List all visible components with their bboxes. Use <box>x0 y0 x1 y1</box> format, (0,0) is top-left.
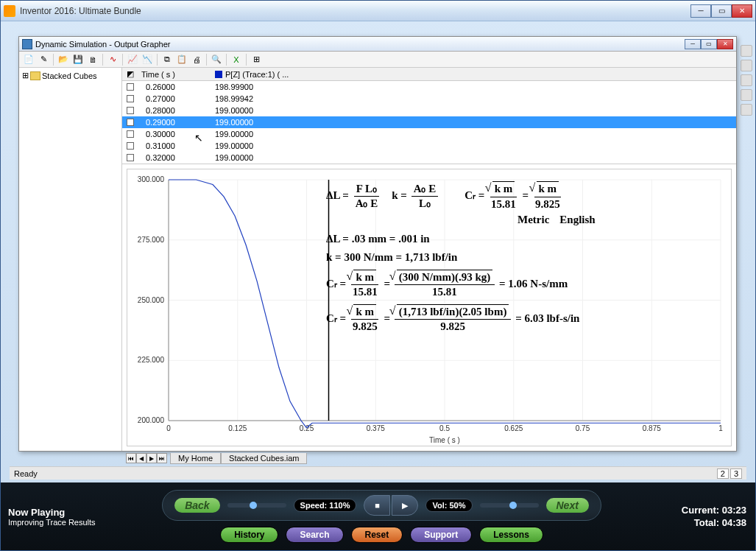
svg-text:250.000: 250.000 <box>138 296 165 304</box>
svg-text:0.125: 0.125 <box>228 424 247 432</box>
save-icon[interactable]: 💾 <box>71 53 85 66</box>
grapher-titlebar: Dynamic Simulation - Output Grapher ─ ▭ … <box>19 37 736 52</box>
play-button[interactable]: ▶ <box>392 495 418 516</box>
svg-text:0.875: 0.875 <box>643 424 661 432</box>
tool-icon[interactable] <box>741 74 752 86</box>
excel-icon[interactable]: X <box>230 53 243 66</box>
saveas-icon[interactable]: 🗎 <box>86 53 99 66</box>
tree-root-item[interactable]: ⊞ Stacked Cubes <box>22 71 119 80</box>
right-tool-strip <box>741 45 754 116</box>
header-toggle-icon[interactable]: ◩ <box>122 69 138 79</box>
svg-text:Time ( s ): Time ( s ) <box>429 436 460 444</box>
nav-prev-icon[interactable]: ◀ <box>136 453 146 463</box>
copy-icon[interactable]: ⧉ <box>160 53 174 66</box>
status-bar: Ready 2 3 <box>10 466 746 480</box>
grapher-minimize-button[interactable]: ─ <box>685 39 701 49</box>
row-checkbox[interactable] <box>127 83 134 91</box>
chart-area: 00.1250.250.3750.50.6250.750.8751200.000… <box>127 169 732 446</box>
search-button[interactable]: Search <box>286 527 343 543</box>
row-checkbox[interactable] <box>127 154 134 161</box>
grid-row[interactable]: 0.31000199.00000 <box>122 140 736 152</box>
header-pz[interactable]: P[Z] (Trace:1) ( ... <box>212 70 736 79</box>
grapher-close-button[interactable]: ✕ <box>717 39 733 49</box>
tab-my-home[interactable]: My Home <box>170 453 221 464</box>
status-ready: Ready <box>14 469 38 478</box>
svg-text:0.375: 0.375 <box>367 424 385 432</box>
lessons-button[interactable]: Lessons <box>479 527 543 543</box>
data-grid: ◩ Time ( s ) P[Z] (Trace:1) ( ... 0.2600… <box>122 68 736 164</box>
history-button[interactable]: History <box>220 527 278 543</box>
status-page-3[interactable]: 3 <box>730 468 742 479</box>
doc-tabs: My Home Stacked Cubes.iam <box>170 453 307 464</box>
grid-row[interactable]: 0.26000198.99900 <box>122 81 736 93</box>
current-time: Current: 03:23 <box>645 505 746 516</box>
tree-panel: ⊞ Stacked Cubes <box>19 68 122 451</box>
app-icon <box>4 5 15 17</box>
nav-next-icon[interactable]: ▶ <box>146 453 157 463</box>
tool-icon[interactable] <box>741 104 752 116</box>
svg-text:225.000: 225.000 <box>138 356 165 364</box>
outer-window-title: Inventor 2016: Ultimate Bundle <box>20 6 690 16</box>
svg-text:0.5: 0.5 <box>439 424 450 432</box>
nav-first-icon[interactable]: ⏮ <box>126 453 136 463</box>
reset-button[interactable]: Reset <box>351 527 403 543</box>
settings-icon[interactable]: ⊞ <box>250 53 263 66</box>
edit-icon[interactable]: ✎ <box>37 53 50 66</box>
grapher-window-title: Dynamic Simulation - Output Grapher <box>35 40 685 49</box>
grid-row[interactable]: 0.27000198.99942 <box>122 93 736 105</box>
tab-stacked-cubes[interactable]: Stacked Cubes.iam <box>221 453 307 464</box>
svg-text:0.75: 0.75 <box>576 424 590 432</box>
folder-icon <box>30 71 40 80</box>
row-checkbox[interactable] <box>127 107 134 114</box>
zoom-icon[interactable]: 🔍 <box>210 53 223 66</box>
outer-close-button[interactable]: ✕ <box>732 4 752 18</box>
expand-icon[interactable]: ⊞ <box>22 71 29 80</box>
grapher-window: Dynamic Simulation - Output Grapher ─ ▭ … <box>18 36 737 452</box>
tree-root-label: Stacked Cubes <box>42 71 97 80</box>
nav-last-icon[interactable]: ⏭ <box>157 453 167 463</box>
chart-icon[interactable]: 📈 <box>126 53 139 66</box>
support-button[interactable]: Support <box>410 527 472 543</box>
outer-maximize-button[interactable]: ▭ <box>711 4 732 18</box>
status-page-2[interactable]: 2 <box>717 468 729 479</box>
tool-icon[interactable] <box>741 89 752 101</box>
chart2-icon[interactable]: 📉 <box>141 53 154 66</box>
grapher-toolbar: 📄 ✎ 📂 💾 🗎 ∿ 📈 📉 ⧉ 📋 🖨 🔍 X ⊞ <box>19 52 736 68</box>
grid-row[interactable]: 0.30000199.00000 <box>122 128 736 140</box>
speed-slider[interactable] <box>227 503 286 508</box>
new-icon[interactable]: 📄 <box>22 53 35 66</box>
now-playing-label: Now Playing <box>8 507 111 518</box>
grid-row[interactable]: 0.32000199.00000 <box>122 152 736 164</box>
print-icon[interactable]: 🖨 <box>190 53 203 66</box>
speed-label: Speed: 110% <box>294 499 357 512</box>
next-button[interactable]: Next <box>546 498 589 513</box>
back-button[interactable]: Back <box>174 498 219 513</box>
vol-slider[interactable] <box>480 503 539 508</box>
stop-button[interactable]: ■ <box>364 495 390 516</box>
player-bar: Now Playing Improving Trace Results Back… <box>1 482 755 550</box>
wave-icon[interactable]: ∿ <box>106 53 119 66</box>
doc-nav-icons: ⏮ ◀ ▶ ⏭ <box>126 453 167 463</box>
svg-text:1: 1 <box>718 424 723 432</box>
tool-icon[interactable] <box>741 60 752 71</box>
tool-icon[interactable] <box>741 45 752 57</box>
grapher-icon <box>22 39 32 49</box>
header-time[interactable]: Time ( s ) <box>138 70 212 79</box>
grapher-maximize-button[interactable]: ▭ <box>701 39 717 49</box>
vol-label: Vol: 50% <box>425 499 472 512</box>
row-checkbox[interactable] <box>127 142 134 150</box>
grid-row[interactable]: 0.28000199.00000 <box>122 105 736 116</box>
row-checkbox[interactable] <box>127 95 134 102</box>
open-icon[interactable]: 📂 <box>57 53 70 66</box>
total-time: Total: 04:38 <box>645 517 746 528</box>
outer-window: Inventor 2016: Ultimate Bundle ─ ▭ ✕ Dyn… <box>0 0 756 551</box>
svg-text:300.000: 300.000 <box>138 175 165 183</box>
row-checkbox[interactable] <box>127 130 134 138</box>
row-checkbox[interactable] <box>127 119 134 126</box>
paste-icon[interactable]: 📋 <box>175 53 188 66</box>
grid-row[interactable]: 0.29000199.00000 <box>122 116 736 128</box>
svg-text:200.000: 200.000 <box>138 416 165 424</box>
outer-minimize-button[interactable]: ─ <box>690 4 711 18</box>
grid-header: ◩ Time ( s ) P[Z] (Trace:1) ( ... <box>122 68 736 81</box>
right-panel: ◩ Time ( s ) P[Z] (Trace:1) ( ... 0.2600… <box>122 68 736 451</box>
